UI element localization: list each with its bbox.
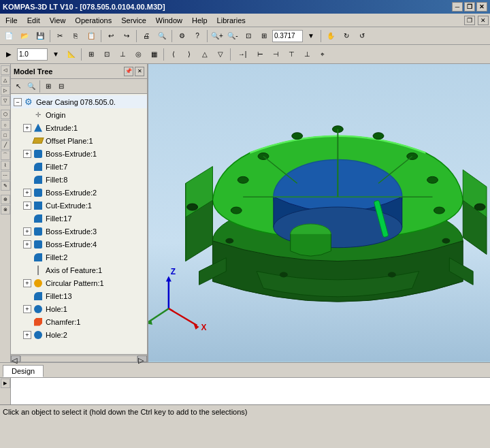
boss-extrude1-expand[interactable]: + [23, 150, 31, 158]
tree-item-chamfer1[interactable]: Chamfer:1 [11, 315, 147, 328]
toolbar2-btn11[interactable]: ⊣ [268, 47, 283, 62]
undo-button[interactable]: ↩ [103, 29, 118, 44]
scale-dropdown[interactable]: ▼ [48, 47, 63, 62]
left-tool-10[interactable]: ⌇ [1, 161, 10, 170]
tree-item-axis1[interactable]: Axis of Feature:1 [11, 263, 147, 276]
circular1-expand[interactable]: + [23, 279, 31, 287]
tree-scroll-right[interactable]: ▷ [137, 355, 147, 362]
menu-operations[interactable]: Operations [71, 15, 116, 26]
left-tool-3[interactable]: ▷ [1, 86, 10, 95]
tree-item-origin[interactable]: ✛ Origin [11, 108, 147, 121]
tree-item-fillet17[interactable]: Fillet:17 [11, 212, 147, 225]
tree-root-item[interactable]: − ⚙ Gear Casing 078.505.0. [11, 95, 147, 108]
zoom-fit-button[interactable]: ⊡ [241, 29, 256, 44]
open-button[interactable]: 📂 [17, 29, 32, 44]
left-tool-8[interactable]: ╱ [1, 140, 10, 150]
rotate2-button[interactable]: ↺ [355, 29, 370, 44]
tree-scroll-track[interactable] [20, 355, 137, 362]
hole2-expand[interactable]: + [23, 331, 31, 339]
scale-input[interactable] [17, 48, 48, 61]
toolbar-btn1[interactable]: ⚙ [174, 29, 189, 44]
menu-service[interactable]: Service [117, 15, 150, 26]
boss-extrude3-expand[interactable]: + [23, 227, 31, 236]
tree-expand-button[interactable]: ⊞ [42, 80, 54, 93]
boss-extrude2-expand[interactable]: + [23, 189, 31, 197]
zoom-value-input[interactable] [272, 30, 303, 42]
zoom-in-button[interactable]: 🔍+ [210, 29, 225, 44]
toolbar2-btn6[interactable]: ⟩ [182, 47, 197, 62]
menu-view[interactable]: View [46, 15, 70, 26]
tree-item-extrude1[interactable]: + Extrude:1 [11, 121, 147, 134]
pan-button[interactable]: ✋ [323, 29, 338, 44]
left-tool-12[interactable]: ✎ [1, 181, 10, 191]
tree-pin-button[interactable]: 📌 [124, 67, 133, 76]
toolbar2-btn5[interactable]: ⟨ [166, 47, 181, 62]
zoom-select-button[interactable]: ⊞ [257, 29, 272, 44]
toolbar2-btn8[interactable]: ▽ [213, 47, 228, 62]
tree-root-expand[interactable]: − [14, 98, 22, 106]
toolbar2-btn7[interactable]: △ [197, 47, 212, 62]
zoom-dropdown-button[interactable]: ▼ [304, 29, 318, 44]
left-tool-9[interactable]: ⌒ [1, 150, 10, 160]
app-close-button[interactable]: ✕ [478, 16, 489, 25]
grid-button[interactable]: ⊞ [84, 47, 99, 62]
toolbar2-btn2[interactable]: 📐 [64, 47, 79, 62]
left-tool-13[interactable]: ⊕ [1, 195, 10, 204]
tree-item-cut-extrude1[interactable]: + Cut-Extrude:1 [11, 199, 147, 212]
ortho-button[interactable]: ⊥ [115, 47, 130, 62]
toolbar2-btn13[interactable]: ⊥ [299, 47, 314, 62]
toolbar2-btn9[interactable]: →| [233, 47, 252, 62]
left-tool-14[interactable]: ⊗ [1, 205, 10, 214]
copy-button[interactable]: ⎘ [68, 29, 83, 44]
toolbar2-btn4[interactable]: ▦ [146, 47, 161, 62]
tree-scroll-left[interactable]: ◁ [11, 355, 20, 362]
tree-item-fillet2[interactable]: Fillet:2 [11, 251, 147, 263]
snap-button[interactable]: ⊡ [99, 47, 114, 62]
extrude1-expand[interactable]: + [23, 124, 31, 132]
tree-item-boss-extrude3[interactable]: + Boss-Extrude:3 [11, 225, 147, 238]
menu-file[interactable]: File [1, 15, 22, 26]
close-button[interactable]: ✕ [476, 2, 487, 12]
app-restore-button[interactable]: ❐ [464, 16, 475, 25]
tree-item-hole2[interactable]: + Hole:2 [11, 328, 147, 341]
tree-item-fillet8[interactable]: Fillet:8 [11, 173, 147, 186]
toolbar2-btn10[interactable]: ⊢ [252, 47, 267, 62]
tree-item-hole1[interactable]: + Hole:1 [11, 302, 147, 315]
menu-libraries[interactable]: Libraries [213, 15, 250, 26]
design-tab[interactable]: Design [3, 365, 44, 377]
toolbar2-btn3[interactable]: ◎ [131, 47, 146, 62]
left-tool-4[interactable]: ▽ [1, 96, 10, 106]
tree-item-fillet7[interactable]: Fillet:7 [11, 160, 147, 173]
new-file-button[interactable]: 📄 [1, 29, 16, 44]
restore-button[interactable]: ❐ [464, 2, 475, 12]
print-button[interactable]: 🖨 [139, 29, 154, 44]
toolbar2-btn1[interactable]: ▶ [1, 47, 16, 62]
rotate-button[interactable]: ↻ [339, 29, 354, 44]
viewport[interactable]: Z X Y [148, 64, 490, 362]
tree-item-circular1[interactable]: + Circular Pattern:1 [11, 276, 147, 289]
toolbar2-btn12[interactable]: ⊤ [284, 47, 299, 62]
hole1-expand[interactable]: + [23, 305, 31, 313]
tree-item-fillet13[interactable]: Fillet:13 [11, 289, 147, 302]
tree-item-boss-extrude4[interactable]: + Boss-Extrude:4 [11, 238, 147, 251]
left-tool-1[interactable]: ◁ [1, 65, 10, 75]
boss-extrude4-expand[interactable]: + [23, 240, 31, 249]
toolbar2-btn14[interactable]: ⌖ [315, 47, 330, 62]
tree-item-offset-plane1[interactable]: Offset Plane:1 [11, 134, 147, 147]
paste-button[interactable]: 📋 [84, 29, 99, 44]
menu-help[interactable]: Help [188, 15, 212, 26]
tree-item-boss-extrude1[interactable]: + Boss-Extrude:1 [11, 147, 147, 160]
minimize-button[interactable]: ─ [452, 2, 463, 12]
left-tool-7[interactable]: □ [1, 130, 10, 140]
redo-button[interactable]: ↪ [119, 29, 134, 44]
cut-extrude1-expand[interactable]: + [23, 202, 31, 210]
tree-cursor-button[interactable]: ↖ [12, 80, 24, 93]
tree-hscrollbar[interactable]: ◁ ▷ [11, 354, 147, 362]
zoom-out-button[interactable]: 🔍- [225, 29, 240, 44]
tree-collapse-button[interactable]: ⊟ [55, 80, 67, 93]
preview-button[interactable]: 🔍 [154, 29, 169, 44]
cut-button[interactable]: ✂ [52, 29, 67, 44]
props-toggle[interactable]: ▶ [1, 379, 10, 388]
menu-window[interactable]: Window [152, 15, 186, 26]
tree-content[interactable]: − ⚙ Gear Casing 078.505.0. ✛ Origin + Ex… [11, 94, 147, 354]
